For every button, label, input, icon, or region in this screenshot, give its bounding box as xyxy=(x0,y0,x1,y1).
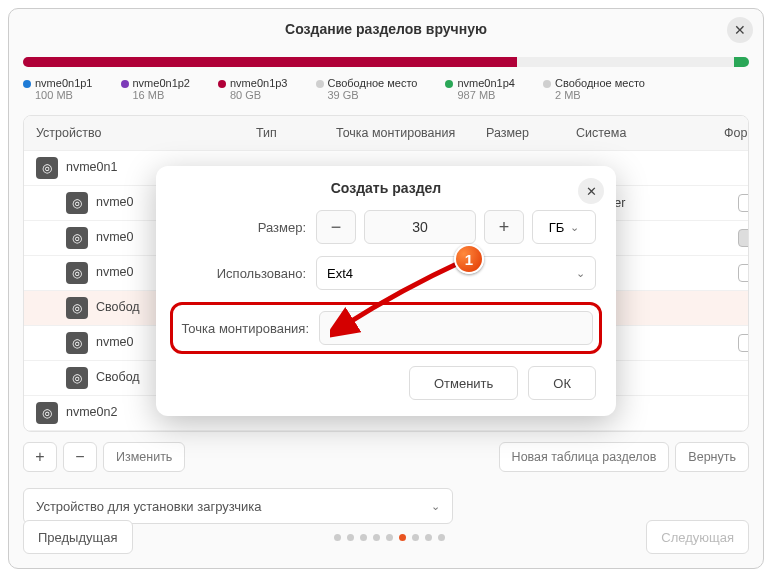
size-increase-button[interactable]: + xyxy=(484,210,524,244)
footer: Предыдущая Следующая xyxy=(23,520,749,554)
size-decrease-button[interactable]: − xyxy=(316,210,356,244)
used-label: Использовано: xyxy=(176,266,306,281)
col-size: Размер xyxy=(486,126,576,140)
legend-item: nvme0n1p4987 MB xyxy=(445,77,515,101)
close-icon[interactable]: ✕ xyxy=(727,17,753,43)
disk-icon: ◎ xyxy=(36,402,58,424)
size-label: Размер: xyxy=(176,220,306,235)
dot-icon xyxy=(218,80,226,88)
add-button[interactable]: + xyxy=(23,442,57,472)
annotation-badge: 1 xyxy=(454,244,484,274)
disk-icon: ◎ xyxy=(66,297,88,319)
new-table-button[interactable]: Новая таблица разделов xyxy=(499,442,670,472)
format-checkbox[interactable] xyxy=(738,334,749,352)
bootloader-select[interactable]: Устройство для установки загрузчика ⌄ xyxy=(23,488,453,524)
format-checkbox[interactable] xyxy=(738,264,749,282)
titlebar: Создание разделов вручную ✕ xyxy=(9,9,763,49)
col-format: Форм xyxy=(696,126,749,140)
mount-label: Точка монтирования: xyxy=(179,321,309,336)
legend-item: Свободное место39 GB xyxy=(316,77,418,101)
ok-button[interactable]: ОК xyxy=(528,366,596,400)
table-header: Устройство Тип Точка монтирования Размер… xyxy=(24,116,748,151)
usage-bar xyxy=(23,57,749,67)
change-button[interactable]: Изменить xyxy=(103,442,185,472)
window-title: Создание разделов вручную xyxy=(285,21,487,37)
legend-item: Свободное место2 MB xyxy=(543,77,645,101)
close-icon[interactable]: ✕ xyxy=(578,178,604,204)
step-dots xyxy=(334,534,445,541)
active-dot xyxy=(399,534,406,541)
col-system: Система xyxy=(576,126,696,140)
unit-select[interactable]: ГБ⌄ xyxy=(532,210,596,244)
revert-button[interactable]: Вернуть xyxy=(675,442,749,472)
dot-icon xyxy=(23,80,31,88)
disk-icon: ◎ xyxy=(66,332,88,354)
next-button[interactable]: Следующая xyxy=(646,520,749,554)
disk-icon: ◎ xyxy=(36,157,58,179)
remove-button[interactable]: − xyxy=(63,442,97,472)
prev-button[interactable]: Предыдущая xyxy=(23,520,133,554)
chevron-down-icon: ⌄ xyxy=(431,500,440,513)
dot-icon xyxy=(121,80,129,88)
partition-bar-area: nvme0n1p1100 MB nvme0n1p216 MB nvme0n1p3… xyxy=(9,49,763,101)
legend-item: nvme0n1p380 GB xyxy=(218,77,288,101)
bar-seg-nvme0n1p3 xyxy=(23,57,517,67)
disk-icon: ◎ xyxy=(66,192,88,214)
dot-icon xyxy=(445,80,453,88)
cancel-button[interactable]: Отменить xyxy=(409,366,518,400)
col-type: Тип xyxy=(256,126,336,140)
dot-icon xyxy=(316,80,324,88)
chevron-down-icon: ⌄ xyxy=(570,221,579,234)
chevron-down-icon: ⌄ xyxy=(576,267,585,280)
dialog-title: Создать раздел xyxy=(176,180,596,196)
dot-icon xyxy=(543,80,551,88)
table-actions: + − Изменить Новая таблица разделов Верн… xyxy=(9,432,763,482)
col-device: Устройство xyxy=(36,126,256,140)
legend-item: nvme0n1p216 MB xyxy=(121,77,191,101)
legend: nvme0n1p1100 MB nvme0n1p216 MB nvme0n1p3… xyxy=(23,77,749,101)
size-input[interactable]: 30 xyxy=(364,210,476,244)
size-row: Размер: − 30 + ГБ⌄ xyxy=(176,210,596,244)
disk-icon: ◎ xyxy=(66,262,88,284)
disk-icon: ◎ xyxy=(66,367,88,389)
disk-icon: ◎ xyxy=(66,227,88,249)
bar-seg-nvme0n1p4 xyxy=(734,57,749,67)
format-checkbox[interactable] xyxy=(738,229,749,247)
dialog-actions: Отменить ОК xyxy=(176,366,596,400)
format-checkbox[interactable] xyxy=(738,194,749,212)
legend-item: nvme0n1p1100 MB xyxy=(23,77,93,101)
col-mount: Точка монтирования xyxy=(336,126,486,140)
